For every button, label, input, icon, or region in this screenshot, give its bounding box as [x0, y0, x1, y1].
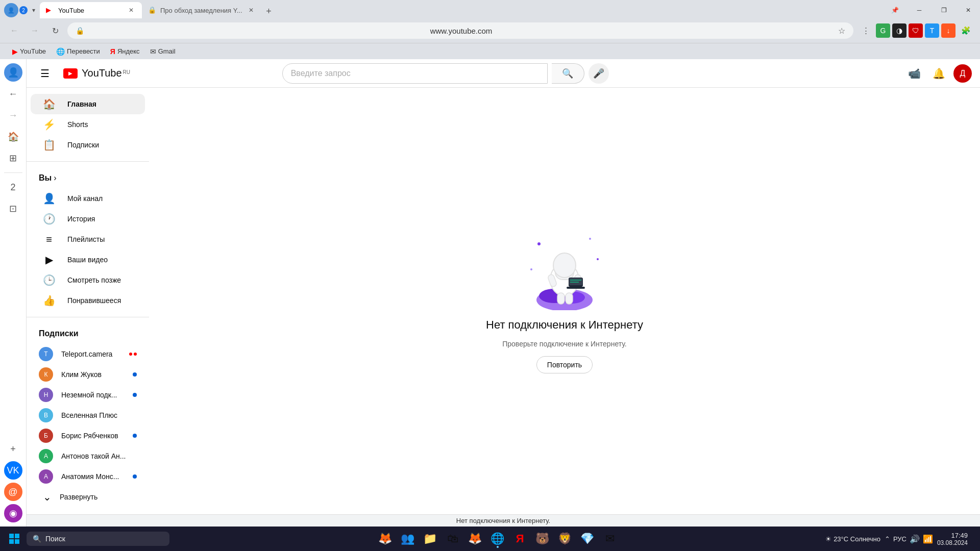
yt-avatar[interactable]: Д — [953, 64, 972, 83]
yt-nav-shorts[interactable]: ⚡ Shorts — [31, 114, 145, 135]
tab-close-second[interactable]: ✕ — [247, 6, 256, 15]
ext-sidebar-add[interactable]: + — [4, 440, 22, 458]
taskbar-weather[interactable]: ☀ 23°С Солнечно — [825, 535, 880, 543]
ext-sidebar-mail[interactable]: @ — [4, 483, 22, 501]
tray-arrow[interactable]: ⌃ — [885, 535, 890, 543]
ext-sidebar-profile[interactable]: 👤 — [4, 63, 22, 82]
taskbar: 🔍 Поиск 🦊 👥 📁 🛍 🦊 — [0, 527, 980, 551]
yt-logo-suffix: RU — [123, 69, 130, 75]
taskbar-store[interactable]: 🛍 — [443, 529, 463, 549]
pin-button[interactable]: 📌 — [883, 2, 906, 18]
yt-create-button[interactable]: 📹 — [904, 63, 925, 84]
yt-sub-live-dot2 — [134, 353, 137, 356]
taskbar-folder[interactable]: 📁 — [420, 529, 440, 549]
firefox-icon: 🦊 — [468, 532, 482, 545]
minimize-button[interactable]: ─ — [908, 2, 931, 18]
bookmark-translate-icon: 🌐 — [56, 47, 65, 56]
yt-nav-history[interactable]: 🕐 История — [31, 209, 145, 229]
yt-nav-liked[interactable]: 👍 Понравившееся — [31, 290, 145, 311]
start-button[interactable] — [4, 529, 24, 549]
ext-download[interactable]: ↓ — [941, 23, 955, 38]
tab-close-youtube[interactable]: ✕ — [127, 6, 136, 15]
yt-shorts-icon: ⚡ — [43, 118, 55, 131]
taskbar-show-desktop[interactable] — [972, 529, 976, 549]
yt-notifications-button[interactable]: 🔔 — [929, 63, 949, 84]
yt-sub-label-boris: Борис Рябченков — [61, 432, 125, 440]
ext-sidebar-forward[interactable]: → — [4, 106, 22, 124]
yt-expand-button[interactable]: ⌄ Развернуть — [31, 487, 145, 507]
ext-sidebar-home[interactable]: 🏠 — [4, 128, 22, 146]
ext-translate[interactable]: T — [925, 23, 939, 38]
yt-nav-subscriptions[interactable]: 📋 Подписки — [31, 135, 145, 155]
ext-dark[interactable]: ◑ — [892, 23, 906, 38]
ext-sidebar-btn1[interactable]: ◉ — [4, 504, 22, 522]
yt-sub-dot-klim — [133, 372, 137, 377]
yt-search-box[interactable] — [282, 63, 548, 84]
taskbar-mail[interactable]: ✉ — [600, 529, 620, 549]
yt-sub-vselennaya[interactable]: В Вселенная Плюс — [31, 405, 145, 425]
ext-sidebar-num[interactable]: 2 — [4, 178, 22, 196]
yt-logo-icon: ▶ — [63, 68, 78, 79]
ext-google[interactable]: G — [876, 23, 890, 38]
ext-sidebar-grid[interactable]: ⊡ — [4, 199, 22, 218]
new-tab-button[interactable]: + — [262, 4, 276, 18]
tray-volume[interactable]: 🔊 — [910, 534, 920, 544]
bookmark-yandex-label: Яндекс — [117, 47, 140, 55]
tray-network[interactable]: 📶 — [923, 534, 933, 544]
tab-second[interactable]: 🔒 Про обход замедления Y... ✕ — [142, 2, 262, 18]
taskbar-vscode[interactable]: 💎 — [577, 529, 598, 549]
bookmark-icon[interactable]: ☆ — [838, 26, 845, 36]
forward-button[interactable]: → — [27, 22, 43, 39]
bookmark-gmail[interactable]: ✉ Gmail — [146, 45, 180, 58]
yt-nav-your-videos[interactable]: ▶ Ваши видео — [31, 249, 145, 270]
maximize-button[interactable]: ❐ — [932, 2, 955, 18]
yt-sub-antonov[interactable]: А Антонов такой Ан... — [31, 446, 145, 466]
taskbar-teams[interactable]: 👥 — [398, 529, 418, 549]
ext-vpn[interactable]: 🛡 — [909, 23, 923, 38]
close-button[interactable]: ✕ — [957, 2, 980, 18]
downloads-button[interactable]: ⋮ — [857, 22, 874, 39]
bookmark-yandex[interactable]: Я Яндекс — [106, 45, 144, 58]
bookmark-translate[interactable]: 🌐 Перевести — [52, 45, 104, 58]
taskbar-clock[interactable]: 17:49 03.08.2024 — [937, 532, 968, 546]
toolbar-right: ⋮ G ◑ 🛡 T ↓ 🧩 — [857, 22, 974, 39]
yt-sub-anatomy[interactable]: А Анатомия Монс... — [31, 466, 145, 487]
bookmark-youtube-label: YouTube — [20, 47, 46, 55]
address-input[interactable]: 🔒 www.youtube.com ☆ — [67, 22, 853, 39]
ext-sidebar-back[interactable]: ← — [4, 85, 22, 103]
yt-sub-nezemnoy[interactable]: Н Неземной подк... — [31, 385, 145, 405]
taskbar-edge[interactable]: 🌐 — [487, 529, 508, 549]
yt-nav-home[interactable]: 🏠 Главная — [31, 94, 145, 114]
tab-youtube[interactable]: ▶ YouTube ✕ — [40, 2, 142, 18]
yt-nav-watch-later[interactable]: 🕒 Смотреть позже — [31, 270, 145, 290]
back-button[interactable]: ← — [6, 22, 22, 39]
yt-logo[interactable]: ▶ YouTube RU — [63, 67, 130, 79]
yt-menu-button[interactable]: ☰ — [35, 63, 55, 84]
yt-sub-klim[interactable]: К Клим Жуков — [31, 364, 145, 385]
yt-nav-playlists[interactable]: ≡ Плейлисты — [31, 229, 145, 249]
reload-button[interactable]: ↻ — [47, 22, 63, 39]
taskbar-search[interactable]: 🔍 Поиск — [27, 532, 169, 546]
taskbar-yandex[interactable]: Я — [510, 529, 530, 549]
yt-search-button[interactable]: 🔍 — [552, 63, 584, 84]
yt-nav-my-channel[interactable]: 👤 Мой канал — [31, 188, 145, 209]
profile-dropdown[interactable]: ▾ — [30, 6, 38, 14]
taskbar-brave[interactable]: 🦁 — [555, 529, 575, 549]
yt-mic-button[interactable]: 🎤 — [589, 63, 609, 84]
yt-you-header[interactable]: Вы › — [27, 168, 149, 188]
profile-button[interactable]: 👤 — [4, 3, 18, 17]
taskbar-file-explorer[interactable]: 🦊 — [375, 529, 396, 549]
tray-lang[interactable]: РУС — [893, 535, 906, 543]
ext-sidebar-vk[interactable]: VK — [4, 461, 22, 480]
taskbar-firefox[interactable]: 🦊 — [465, 529, 485, 549]
yt-sub-teleport[interactable]: T Teleport.camera — [31, 344, 145, 364]
yt-sub-label-vselennaya: Вселенная Плюс — [61, 411, 137, 419]
tab-container: ▶ YouTube ✕ 🔒 Про обход замедления Y... … — [40, 2, 883, 18]
extensions-menu[interactable]: 🧩 — [958, 22, 974, 39]
taskbar-app1[interactable]: 🐻 — [532, 529, 553, 549]
bookmark-youtube[interactable]: ▶ YouTube — [8, 45, 50, 58]
yt-search-input[interactable] — [291, 69, 539, 78]
ext-sidebar-tabs[interactable]: ⊞ — [4, 149, 22, 167]
yt-sub-boris[interactable]: Б Борис Рябченков — [31, 425, 145, 446]
yt-retry-button[interactable]: Повторить — [536, 356, 593, 373]
